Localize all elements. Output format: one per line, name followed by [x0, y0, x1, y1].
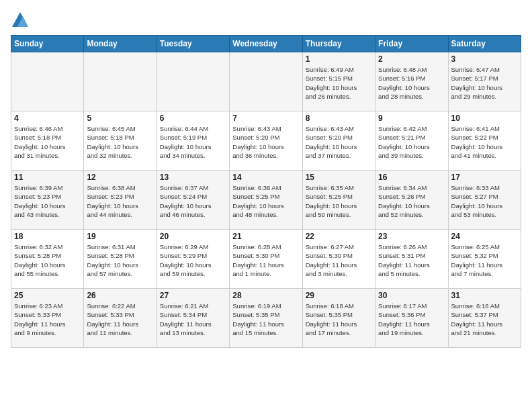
calendar-cell: 26Sunrise: 6:22 AM Sunset: 5:33 PM Dayli…	[84, 289, 157, 348]
day-info: Sunrise: 6:38 AM Sunset: 5:23 PM Dayligh…	[87, 183, 153, 219]
calendar-cell: 28Sunrise: 6:19 AM Sunset: 5:35 PM Dayli…	[230, 289, 302, 348]
day-number: 3	[451, 54, 518, 64]
day-number: 9	[378, 113, 445, 123]
day-info: Sunrise: 6:23 AM Sunset: 5:33 PM Dayligh…	[14, 302, 81, 337]
day-number: 6	[160, 113, 226, 123]
weekday-header-wednesday: Wednesday	[230, 36, 302, 52]
day-info: Sunrise: 6:32 AM Sunset: 5:28 PM Dayligh…	[14, 242, 81, 278]
calendar-cell: 13Sunrise: 6:37 AM Sunset: 5:24 PM Dayli…	[157, 171, 229, 230]
day-number: 31	[451, 291, 518, 300]
calendar-cell: 16Sunrise: 6:34 AM Sunset: 5:26 PM Dayli…	[375, 171, 448, 230]
calendar-cell	[157, 52, 229, 111]
day-number: 17	[451, 173, 518, 182]
calendar-cell: 20Sunrise: 6:29 AM Sunset: 5:29 PM Dayli…	[157, 230, 229, 289]
calendar-cell: 30Sunrise: 6:17 AM Sunset: 5:36 PM Dayli…	[375, 289, 448, 348]
day-info: Sunrise: 6:29 AM Sunset: 5:29 PM Dayligh…	[160, 242, 226, 278]
calendar-cell: 22Sunrise: 6:27 AM Sunset: 5:30 PM Dayli…	[302, 230, 375, 289]
day-info: Sunrise: 6:46 AM Sunset: 5:18 PM Dayligh…	[14, 124, 81, 160]
day-info: Sunrise: 6:33 AM Sunset: 5:27 PM Dayligh…	[451, 183, 518, 219]
day-number: 12	[87, 173, 153, 182]
calendar-cell	[11, 52, 84, 111]
day-number: 26	[87, 291, 153, 300]
day-info: Sunrise: 6:43 AM Sunset: 5:20 PM Dayligh…	[232, 124, 299, 160]
day-info: Sunrise: 6:41 AM Sunset: 5:22 PM Dayligh…	[451, 124, 518, 160]
day-number: 4	[14, 113, 81, 123]
day-number: 15	[306, 173, 372, 182]
calendar-cell: 9Sunrise: 6:42 AM Sunset: 5:21 PM Daylig…	[375, 111, 448, 171]
calendar-cell: 29Sunrise: 6:18 AM Sunset: 5:35 PM Dayli…	[302, 289, 375, 348]
day-number: 22	[306, 232, 372, 241]
day-info: Sunrise: 6:28 AM Sunset: 5:30 PM Dayligh…	[232, 242, 299, 278]
day-number: 23	[378, 232, 445, 241]
day-number: 20	[160, 232, 226, 241]
day-number: 25	[14, 291, 81, 300]
calendar-cell: 10Sunrise: 6:41 AM Sunset: 5:22 PM Dayli…	[448, 111, 521, 171]
calendar-cell: 4Sunrise: 6:46 AM Sunset: 5:18 PM Daylig…	[11, 111, 84, 171]
page-header	[11, 11, 521, 30]
day-number: 13	[160, 173, 226, 182]
day-info: Sunrise: 6:36 AM Sunset: 5:25 PM Dayligh…	[232, 183, 299, 219]
day-number: 16	[378, 173, 445, 182]
calendar-cell: 7Sunrise: 6:43 AM Sunset: 5:20 PM Daylig…	[230, 111, 302, 171]
calendar-cell: 14Sunrise: 6:36 AM Sunset: 5:25 PM Dayli…	[230, 171, 302, 230]
day-info: Sunrise: 6:43 AM Sunset: 5:20 PM Dayligh…	[306, 124, 372, 160]
calendar-cell: 19Sunrise: 6:31 AM Sunset: 5:28 PM Dayli…	[84, 230, 157, 289]
day-info: Sunrise: 6:49 AM Sunset: 5:15 PM Dayligh…	[306, 65, 372, 101]
day-info: Sunrise: 6:39 AM Sunset: 5:23 PM Dayligh…	[14, 183, 81, 219]
day-info: Sunrise: 6:31 AM Sunset: 5:28 PM Dayligh…	[87, 242, 153, 278]
day-number: 18	[14, 232, 81, 241]
weekday-header-thursday: Thursday	[302, 36, 375, 52]
day-number: 24	[451, 232, 518, 241]
calendar-cell: 25Sunrise: 6:23 AM Sunset: 5:33 PM Dayli…	[11, 289, 84, 348]
calendar-cell: 24Sunrise: 6:25 AM Sunset: 5:32 PM Dayli…	[448, 230, 521, 289]
calendar-cell: 23Sunrise: 6:26 AM Sunset: 5:31 PM Dayli…	[375, 230, 448, 289]
weekday-header-tuesday: Tuesday	[157, 36, 229, 52]
day-number: 14	[232, 173, 299, 182]
weekday-header-sunday: Sunday	[11, 36, 84, 52]
calendar-cell: 27Sunrise: 6:21 AM Sunset: 5:34 PM Dayli…	[157, 289, 229, 348]
calendar-cell: 2Sunrise: 6:48 AM Sunset: 5:16 PM Daylig…	[375, 52, 448, 111]
calendar-cell: 21Sunrise: 6:28 AM Sunset: 5:30 PM Dayli…	[230, 230, 302, 289]
day-info: Sunrise: 6:34 AM Sunset: 5:26 PM Dayligh…	[378, 183, 445, 219]
calendar-table: SundayMondayTuesdayWednesdayThursdayFrid…	[11, 35, 521, 348]
day-info: Sunrise: 6:47 AM Sunset: 5:17 PM Dayligh…	[451, 65, 518, 101]
weekday-header-monday: Monday	[84, 36, 157, 52]
day-info: Sunrise: 6:37 AM Sunset: 5:24 PM Dayligh…	[160, 183, 226, 219]
calendar-cell: 6Sunrise: 6:44 AM Sunset: 5:19 PM Daylig…	[157, 111, 229, 171]
day-number: 2	[378, 54, 445, 64]
day-number: 27	[160, 291, 226, 300]
calendar-cell: 17Sunrise: 6:33 AM Sunset: 5:27 PM Dayli…	[448, 171, 521, 230]
calendar-cell: 3Sunrise: 6:47 AM Sunset: 5:17 PM Daylig…	[448, 52, 521, 111]
day-number: 28	[232, 291, 299, 300]
weekday-header-friday: Friday	[375, 36, 448, 52]
day-info: Sunrise: 6:18 AM Sunset: 5:35 PM Dayligh…	[306, 302, 372, 337]
day-number: 21	[232, 232, 299, 241]
calendar-cell: 18Sunrise: 6:32 AM Sunset: 5:28 PM Dayli…	[11, 230, 84, 289]
calendar-cell: 31Sunrise: 6:16 AM Sunset: 5:37 PM Dayli…	[448, 289, 521, 348]
logo	[11, 11, 32, 30]
day-info: Sunrise: 6:16 AM Sunset: 5:37 PM Dayligh…	[451, 302, 518, 337]
day-info: Sunrise: 6:27 AM Sunset: 5:30 PM Dayligh…	[306, 242, 372, 278]
calendar-week-row: 1Sunrise: 6:49 AM Sunset: 5:15 PM Daylig…	[11, 52, 521, 111]
calendar-week-row: 25Sunrise: 6:23 AM Sunset: 5:33 PM Dayli…	[11, 289, 521, 348]
day-number: 5	[87, 113, 153, 123]
day-number: 10	[451, 113, 518, 123]
calendar-cell: 1Sunrise: 6:49 AM Sunset: 5:15 PM Daylig…	[302, 52, 375, 111]
calendar-week-row: 11Sunrise: 6:39 AM Sunset: 5:23 PM Dayli…	[11, 171, 521, 230]
day-number: 8	[306, 113, 372, 123]
day-number: 1	[306, 54, 372, 64]
day-info: Sunrise: 6:48 AM Sunset: 5:16 PM Dayligh…	[378, 65, 445, 101]
weekday-header-row: SundayMondayTuesdayWednesdayThursdayFrid…	[11, 36, 521, 52]
calendar-week-row: 18Sunrise: 6:32 AM Sunset: 5:28 PM Dayli…	[11, 230, 521, 289]
calendar-cell: 8Sunrise: 6:43 AM Sunset: 5:20 PM Daylig…	[302, 111, 375, 171]
calendar-cell	[84, 52, 157, 111]
day-info: Sunrise: 6:26 AM Sunset: 5:31 PM Dayligh…	[378, 242, 445, 278]
day-number: 30	[378, 291, 445, 300]
day-info: Sunrise: 6:35 AM Sunset: 5:25 PM Dayligh…	[306, 183, 372, 219]
day-info: Sunrise: 6:22 AM Sunset: 5:33 PM Dayligh…	[87, 302, 153, 337]
calendar-cell	[230, 52, 302, 111]
calendar-cell: 12Sunrise: 6:38 AM Sunset: 5:23 PM Dayli…	[84, 171, 157, 230]
calendar-cell: 15Sunrise: 6:35 AM Sunset: 5:25 PM Dayli…	[302, 171, 375, 230]
calendar-cell: 11Sunrise: 6:39 AM Sunset: 5:23 PM Dayli…	[11, 171, 84, 230]
day-info: Sunrise: 6:25 AM Sunset: 5:32 PM Dayligh…	[451, 242, 518, 278]
